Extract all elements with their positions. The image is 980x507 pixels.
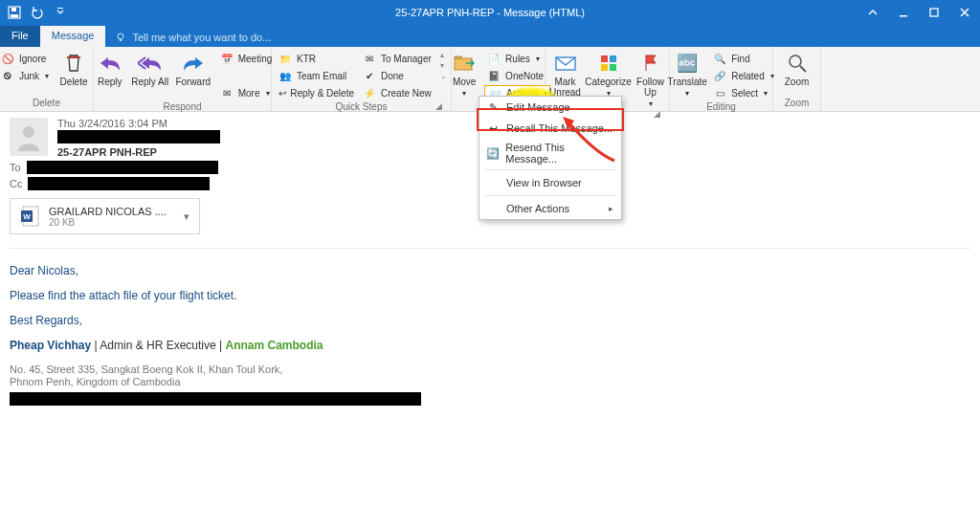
- forward-button[interactable]: Forward: [171, 49, 215, 87]
- menu-recall-message[interactable]: ↩Recall This Message...: [479, 118, 621, 139]
- junk-icon: 🛇: [0, 70, 15, 83]
- ribbon-options-button[interactable]: [858, 0, 888, 24]
- svg-rect-1: [11, 14, 18, 17]
- attachment-name: GRAILARD NICOLAS ....: [49, 206, 167, 217]
- qs-ktr[interactable]: 📁KTR: [276, 51, 356, 67]
- onenote-icon: 📓: [486, 70, 501, 83]
- related-button[interactable]: 🔗Related▾: [710, 68, 775, 84]
- qs-dialog-launcher[interactable]: ◢: [434, 101, 443, 111]
- zoom-button[interactable]: Zoom: [778, 49, 816, 87]
- rules-button[interactable]: 📄Rules▾: [484, 51, 550, 67]
- more-icon: ✉: [219, 87, 234, 100]
- tab-file[interactable]: File: [0, 26, 40, 47]
- svg-rect-4: [900, 15, 907, 17]
- more-respond-button[interactable]: ✉More▾: [217, 85, 275, 101]
- qat-customize[interactable]: [50, 2, 71, 23]
- window-title: 25-27APR PNH-REP - Message (HTML): [395, 7, 585, 18]
- categorize-icon: [594, 51, 623, 76]
- create-icon: ⚡: [362, 87, 377, 100]
- move-button[interactable]: Move▾: [446, 49, 482, 99]
- reply-all-button[interactable]: Reply All: [131, 49, 169, 87]
- translate-icon: 🔤: [673, 51, 702, 76]
- group-label-respond: Respond: [100, 101, 265, 112]
- menu-separator: [485, 169, 615, 170]
- menu-view-browser[interactable]: View in Browser: [479, 172, 621, 193]
- zoom-icon: [783, 51, 812, 76]
- svg-rect-8: [455, 58, 472, 70]
- qs-to-manager[interactable]: ✉To Manager: [360, 51, 436, 67]
- word-doc-icon: W: [20, 205, 41, 228]
- junk-button[interactable]: 🛇Junk▾: [0, 68, 51, 84]
- attachment-chip[interactable]: W GRAILARD NICOLAS .... 20 KB ▾: [10, 198, 200, 234]
- to-label: To: [10, 162, 21, 173]
- follow-up-button[interactable]: Follow Up▾: [633, 49, 669, 109]
- rules-icon: 📄: [486, 53, 501, 66]
- delete-icon: [59, 51, 88, 76]
- team-icon: 👥: [278, 70, 293, 83]
- message-from: [57, 130, 220, 145]
- chevron-up-icon: [867, 7, 879, 18]
- redacted-line: [10, 392, 421, 406]
- chevron-down-icon: [56, 8, 64, 17]
- forward-icon: [179, 51, 208, 76]
- meeting-button[interactable]: 📅Meeting: [217, 51, 275, 67]
- svg-rect-7: [120, 39, 122, 41]
- svg-point-14: [790, 55, 801, 67]
- close-button[interactable]: [949, 0, 980, 24]
- group-label-delete: Delete: [6, 98, 87, 111]
- undo-icon: [31, 6, 44, 19]
- translate-button[interactable]: 🔤 Translate▾: [666, 49, 708, 99]
- qs-create-new[interactable]: ⚡Create New: [360, 85, 436, 101]
- reply-all-icon: [136, 51, 165, 76]
- ignore-button[interactable]: 🚫Ignore: [0, 51, 51, 67]
- move-icon: [450, 51, 479, 76]
- reply-delete-icon: ↩: [278, 87, 286, 100]
- qs-reply-delete[interactable]: ↩Reply & Delete: [276, 85, 356, 101]
- svg-rect-12: [601, 64, 608, 71]
- message-date: Thu 3/24/2016 3:04 PM: [57, 118, 220, 129]
- related-icon: 🔗: [712, 70, 727, 83]
- signature-address1: No. 45, Street 335, Sangkat Boeng Kok II…: [10, 364, 970, 376]
- svg-text:W: W: [23, 212, 31, 221]
- svg-rect-11: [610, 55, 616, 62]
- group-label-zoom: Zoom: [779, 98, 814, 111]
- svg-rect-13: [610, 64, 616, 71]
- actions-dropdown-menu: ✎Edit Message ↩Recall This Message... 🔄R…: [479, 96, 622, 220]
- delete-button[interactable]: Delete: [53, 49, 95, 87]
- title-bar: 25-27APR PNH-REP - Message (HTML): [0, 0, 980, 24]
- mark-unread-button[interactable]: Mark Unread: [546, 49, 585, 98]
- minimize-button[interactable]: [888, 0, 919, 24]
- save-icon: [8, 6, 21, 19]
- message-subject: 25-27APR PNH-REP: [57, 146, 220, 158]
- menu-edit-message[interactable]: ✎Edit Message: [479, 97, 621, 118]
- done-icon: ✔: [362, 70, 377, 83]
- select-icon: ▭: [712, 87, 727, 100]
- attachment-dropdown[interactable]: ▾: [184, 210, 189, 223]
- categorize-button[interactable]: Categorize▾: [587, 49, 631, 99]
- maximize-button[interactable]: [919, 0, 949, 24]
- close-icon: [959, 7, 970, 18]
- reply-icon: [96, 51, 124, 76]
- recall-icon: ↩: [485, 121, 501, 136]
- find-button[interactable]: 🔍Find: [710, 51, 775, 67]
- onenote-button[interactable]: 📓OneNote: [484, 68, 550, 84]
- qs-done[interactable]: ✔Done: [360, 68, 436, 84]
- svg-point-6: [118, 33, 123, 39]
- manager-icon: ✉: [362, 53, 377, 66]
- select-button[interactable]: ▭Select▾: [710, 85, 775, 101]
- svg-rect-5: [930, 9, 938, 16]
- svg-point-15: [23, 126, 34, 138]
- tags-dialog-launcher[interactable]: ◢: [652, 109, 661, 119]
- tell-me-box[interactable]: Tell me what you want to do...: [105, 28, 280, 47]
- body-greeting: Dear Nicolas,: [10, 264, 970, 277]
- reply-button[interactable]: Reply: [91, 49, 129, 87]
- to-value-redacted: [27, 161, 218, 174]
- undo-button[interactable]: [27, 2, 48, 23]
- save-button[interactable]: [4, 2, 25, 23]
- menu-other-actions[interactable]: Other Actions▸: [479, 198, 621, 219]
- folder-icon: 📁: [278, 53, 293, 66]
- qs-team-email[interactable]: 👥Team Email: [276, 68, 356, 84]
- bulb-icon: [115, 32, 126, 43]
- menu-resend-message[interactable]: 🔄Resend This Message...: [479, 139, 621, 167]
- tab-message[interactable]: Message: [40, 26, 106, 47]
